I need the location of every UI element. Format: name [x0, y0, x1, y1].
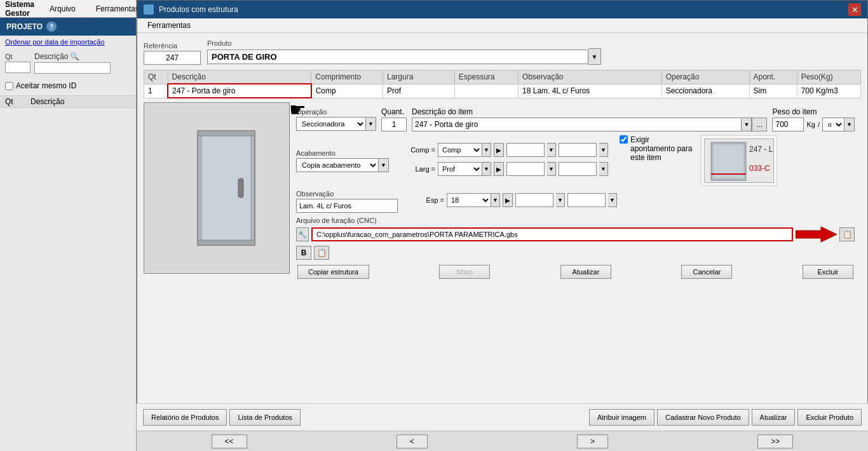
cell-peso: 700 Kg/m3 — [797, 84, 860, 98]
aceitar-checkbox-row: Aceitar mesmo ID — [0, 80, 136, 91]
ref-input[interactable] — [144, 51, 201, 65]
slash: / — [818, 121, 820, 128]
furacao-section: Arquivo de furação (CNC) 🔧 📋 — [296, 217, 855, 260]
peso-input[interactable] — [772, 118, 804, 131]
m3-select[interactable]: m3 — [822, 118, 844, 131]
comp-arrow-btn[interactable]: ▶ — [494, 143, 504, 157]
th-apont: Apont. — [749, 71, 797, 84]
furacao-icon[interactable]: 🔧 — [296, 227, 309, 241]
nav-next-btn[interactable]: > — [577, 434, 608, 448]
svg-rect-7 — [713, 144, 744, 178]
comp-extra-dropdown[interactable]: ▼ — [547, 143, 556, 157]
svg-marker-11 — [796, 227, 837, 242]
esp-extra-dropdown[interactable]: ▼ — [556, 193, 565, 207]
larg-select[interactable]: Prof — [438, 162, 482, 176]
copiar-estrutura-btn[interactable]: Copiar estrutura — [297, 265, 369, 279]
furacao-input[interactable] — [311, 227, 793, 241]
larg-extra-dropdown2[interactable]: ▼ — [599, 162, 608, 176]
operacao-group: Operação Seccionadora ▼ — [296, 108, 376, 131]
atualizar-produto-btn[interactable]: Atualizar — [752, 409, 796, 426]
larg-dropdown[interactable]: ▼ — [482, 162, 491, 176]
help-icon[interactable]: ? — [46, 22, 57, 32]
comp-extra-dropdown2[interactable]: ▼ — [599, 143, 608, 157]
comp-extra-input2[interactable] — [559, 143, 597, 157]
lista-btn[interactable]: Lista de Produtos — [229, 409, 301, 426]
peso-item-label: Peso do item — [772, 107, 855, 116]
desc-item-dropdown[interactable]: ▼ — [742, 118, 752, 131]
th-peso: Peso(Kg) — [797, 71, 860, 84]
nav-last-btn[interactable]: >> — [757, 434, 793, 448]
qt-label: Qt — [5, 53, 31, 60]
cancelar-btn[interactable]: Cancelar — [681, 265, 732, 279]
left-sidebar: Sistema Gestor Arquivo Ferramentas Infor… — [0, 0, 137, 451]
col-desc-header: Descrição — [31, 97, 131, 106]
close-button[interactable]: ✕ — [848, 3, 861, 16]
comp-dropdown[interactable]: ▼ — [482, 143, 491, 157]
nav-prev-btn[interactable]: < — [397, 434, 428, 448]
atualizar-btn[interactable]: Atualizar — [560, 265, 611, 279]
m3-select-wrap: m3 ▼ — [822, 118, 855, 131]
cell-qt: 1 — [144, 84, 168, 98]
esp-extra-dropdown2[interactable]: ▼ — [608, 193, 617, 207]
larg-extra-input[interactable] — [506, 162, 545, 176]
esp-arrow-btn[interactable]: ▶ — [503, 193, 513, 207]
exigir-checkbox[interactable] — [620, 135, 628, 144]
thumbnail-svg: 247 - L 033-C — [705, 139, 774, 183]
b-box[interactable]: B — [296, 246, 311, 260]
cadastrar-btn[interactable]: Cadastrar Novo Produto — [657, 409, 749, 426]
operacao-select[interactable]: Seccionadora — [296, 117, 366, 131]
larg-extra-input2[interactable] — [559, 162, 597, 176]
acabamento-dropdown-btn[interactable]: ▼ — [379, 158, 389, 172]
esp-extra-input[interactable] — [515, 193, 553, 207]
nav-first-btn[interactable]: << — [212, 434, 247, 448]
cell-comprimento: Comp — [311, 84, 383, 98]
excluir-produto-btn[interactable]: Excluir Produto — [797, 409, 862, 426]
product-select-wrap: ▼ — [207, 48, 601, 65]
esp-group: Esp = 18 ▼ ▶ ▼ ▼ — [416, 193, 617, 210]
larg-arrow-btn[interactable]: ▶ — [494, 162, 504, 176]
acabamento-select-wrap: Copia acabamento ▼ — [296, 158, 389, 172]
operacao-dropdown-btn[interactable]: ▼ — [366, 117, 376, 131]
obs-input[interactable] — [296, 199, 398, 213]
m3-dropdown-btn[interactable]: ▼ — [844, 118, 855, 131]
relatorio-btn[interactable]: Relatório de Produtos — [143, 409, 227, 426]
product-dropdown-btn[interactable]: ▼ — [588, 48, 601, 65]
acabamento-select[interactable]: Copia acabamento — [296, 158, 379, 172]
product-input[interactable] — [207, 50, 588, 64]
app-title: Sistema Gestor — [5, 0, 34, 18]
esp-label: Esp = — [416, 196, 444, 204]
atribuir-btn[interactable]: Atribuir imagem — [589, 409, 654, 426]
esp-dropdown[interactable]: ▼ — [491, 193, 500, 207]
aceitar-checkbox[interactable] — [5, 82, 13, 90]
cell-operacao: Seccionadora — [661, 84, 749, 98]
sort-link[interactable]: Ordenar por data de importação — [0, 36, 136, 48]
modal-menu-ferramentas[interactable]: Ferramentas — [142, 20, 196, 31]
col-qt-header: Qt — [5, 97, 31, 106]
search-button[interactable]: 🔍 — [70, 52, 79, 61]
menu-arquivo[interactable]: Arquivo — [44, 3, 81, 15]
larg-extra-dropdown[interactable]: ▼ — [547, 162, 556, 176]
svg-text:033-C: 033-C — [749, 164, 770, 173]
desc-item-group: Descrição do item ▼ ... — [412, 107, 767, 131]
comp-extra-input[interactable] — [506, 143, 545, 157]
excluir-btn[interactable]: Excluir — [803, 265, 853, 279]
thumbnail-panel: 247 - L 033-C — [701, 135, 777, 186]
th-comprimento: Comprimento — [311, 71, 383, 84]
image-panel — [144, 102, 290, 274]
furacao-copy-btn1[interactable]: 📋 — [839, 227, 855, 241]
esp-select[interactable]: 18 — [447, 193, 491, 207]
qt-input[interactable] — [5, 62, 31, 73]
product-field-group: Produto ▼ — [207, 39, 601, 65]
modal-menu-bar: Ferramentas — [137, 18, 867, 33]
desc-input[interactable] — [34, 62, 111, 74]
furacao-copy-btn2[interactable]: 📋 — [314, 246, 329, 260]
peso-group: Peso do item Kg / m3 ▼ — [772, 107, 855, 131]
desc-item-input[interactable] — [412, 118, 742, 131]
operacao-select-wrap: Seccionadora ▼ — [296, 117, 376, 131]
quant-input[interactable] — [381, 118, 407, 131]
novo-btn[interactable]: Novo — [439, 265, 490, 279]
esp-extra-input2[interactable] — [567, 193, 606, 207]
desc-item-dots-btn[interactable]: ... — [752, 118, 767, 131]
comp-select[interactable]: Comp — [438, 143, 482, 157]
table-row[interactable]: 1 247 - Porta de giro Comp Prof 18 Lam. … — [144, 84, 861, 98]
